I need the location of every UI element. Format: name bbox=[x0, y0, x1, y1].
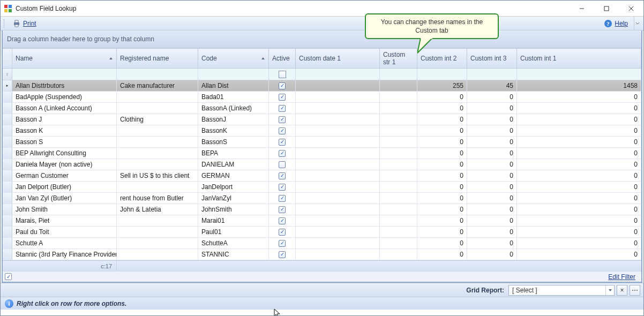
report-clear-button[interactable]: × bbox=[617, 285, 627, 296]
edit-filter-button[interactable]: Edit Filter bbox=[604, 272, 639, 282]
cell: 0 bbox=[517, 92, 641, 102]
checkbox-icon[interactable] bbox=[279, 150, 286, 157]
grid-report-select[interactable]: [ Select ] bbox=[508, 285, 615, 296]
table-row[interactable]: Jan Delport (Butler)JanDelport000 bbox=[3, 182, 641, 193]
cell bbox=[117, 148, 198, 159]
cell-active bbox=[269, 137, 296, 147]
filter-ci1[interactable] bbox=[517, 69, 641, 80]
cell bbox=[296, 204, 380, 215]
cell: Jan Van Zyl (Butler) bbox=[12, 193, 117, 204]
print-button[interactable]: Print bbox=[9, 18, 40, 29]
table-row[interactable]: BEP Allwright ConsultingBEPA000 bbox=[3, 148, 641, 159]
cell bbox=[117, 125, 198, 136]
cell: SchutteA bbox=[198, 238, 269, 249]
checkbox-icon[interactable] bbox=[279, 229, 286, 236]
col-header-custom-str-1[interactable]: Custom str 1 bbox=[380, 49, 417, 68]
checkbox-icon[interactable] bbox=[279, 172, 286, 179]
cell bbox=[117, 92, 198, 102]
close-button[interactable] bbox=[619, 1, 643, 17]
cell: 0 bbox=[417, 215, 467, 226]
svg-rect-2 bbox=[4, 9, 8, 12]
table-row[interactable]: Allan DisttrbutorsCake manufacturerAllan… bbox=[3, 80, 641, 92]
col-header-custom-int-1[interactable]: Custom int 1 bbox=[517, 49, 641, 68]
checkbox-icon[interactable] bbox=[279, 217, 286, 224]
row-indicator bbox=[3, 92, 12, 102]
checkbox-icon[interactable] bbox=[279, 127, 286, 134]
table-row[interactable]: John SmithJohn & LatetiaJohnSmith000 bbox=[3, 204, 641, 215]
toolbar-grip bbox=[4, 19, 5, 28]
col-header-active[interactable]: Active bbox=[269, 49, 296, 68]
filter-active-checkbox[interactable] bbox=[279, 71, 286, 78]
svg-rect-9 bbox=[15, 20, 18, 22]
table-row[interactable]: BadApple (Suspended)Bada01000 bbox=[3, 92, 641, 103]
col-header-code[interactable]: Code bbox=[198, 49, 269, 68]
table-row[interactable]: Jan Van Zyl (Butler)rent house from Butl… bbox=[3, 193, 641, 204]
cell: 0 bbox=[467, 148, 517, 159]
table-row[interactable]: Schutte ASchutteA000 bbox=[3, 238, 641, 249]
table-row[interactable]: Basson SBassonS000 bbox=[3, 137, 641, 148]
checkbox-icon[interactable] bbox=[279, 184, 286, 191]
maximize-button[interactable] bbox=[594, 1, 619, 17]
checkbox-icon[interactable] bbox=[279, 82, 286, 89]
chevron-down-icon[interactable] bbox=[605, 285, 614, 295]
row-indicator bbox=[3, 227, 12, 237]
group-by-bar[interactable]: Drag a column header here to group by th… bbox=[3, 31, 641, 48]
row-indicator bbox=[3, 114, 12, 125]
checkbox-icon[interactable] bbox=[279, 195, 286, 202]
toolbar-overflow-button[interactable] bbox=[634, 17, 640, 31]
cell: 0 bbox=[517, 182, 641, 192]
cell: 0 bbox=[517, 125, 641, 136]
col-header-custom-int-3[interactable]: Custom int 3 bbox=[467, 49, 517, 68]
filter-cd1[interactable] bbox=[296, 69, 380, 80]
filter-enabled-checkbox[interactable] bbox=[5, 273, 12, 280]
filter-ci2[interactable] bbox=[417, 69, 467, 80]
grid-body[interactable]: Allan DisttrbutorsCake manufacturerAllan… bbox=[3, 80, 641, 260]
table-row[interactable]: Daniela Mayer (non active)DANIELAM000 bbox=[3, 159, 641, 170]
checkbox-icon[interactable] bbox=[279, 206, 286, 213]
filter-code[interactable] bbox=[198, 69, 269, 80]
table-row[interactable]: German CustomerSell in US $ to this clie… bbox=[3, 170, 641, 182]
cell: 0 bbox=[417, 137, 467, 147]
cell bbox=[380, 193, 417, 204]
table-row[interactable]: Basson JClothingBassonJ000 bbox=[3, 114, 641, 125]
cell bbox=[380, 125, 417, 136]
help-button[interactable]: ? Help bbox=[600, 18, 632, 29]
checkbox-icon[interactable] bbox=[279, 94, 286, 101]
col-header-registered[interactable]: Registered name bbox=[117, 49, 198, 68]
status-bar: i Right click on row for more options. bbox=[1, 297, 643, 310]
filter-name[interactable] bbox=[12, 69, 117, 80]
checkbox-icon[interactable] bbox=[279, 251, 286, 258]
cell: Basson A (Linked Account) bbox=[12, 103, 117, 114]
col-header-name[interactable]: Name bbox=[12, 49, 117, 68]
filter-cs1[interactable] bbox=[380, 69, 417, 80]
checkbox-icon[interactable] bbox=[279, 116, 286, 123]
filter-active[interactable] bbox=[269, 69, 296, 80]
table-row[interactable]: Basson A (Linked Account)BassonA (Linked… bbox=[3, 103, 641, 114]
cell: 0 bbox=[467, 103, 517, 114]
cell bbox=[296, 159, 380, 170]
table-row[interactable]: Paul du ToitPaul01000 bbox=[3, 227, 641, 238]
cell: 0 bbox=[417, 148, 467, 159]
cell: Schutte A bbox=[12, 238, 117, 249]
row-indicator bbox=[3, 159, 12, 170]
col-header-custom-date-1[interactable]: Custom date 1 bbox=[296, 49, 380, 68]
grid-report-value: [ Select ] bbox=[509, 287, 605, 294]
cell bbox=[380, 137, 417, 147]
cell-active bbox=[269, 92, 296, 102]
checkbox-icon[interactable] bbox=[279, 105, 286, 112]
table-row[interactable]: Marais, PietMarai01000 bbox=[3, 215, 641, 227]
minimize-button[interactable] bbox=[570, 1, 594, 17]
row-indicator bbox=[3, 204, 12, 215]
grid-summary-row: c:17 bbox=[3, 260, 641, 271]
table-row[interactable]: Basson KBassonK000 bbox=[3, 125, 641, 137]
report-more-button[interactable]: ⋯ bbox=[630, 285, 640, 296]
table-row[interactable]: Stannic (3rd Party Finance Provider)STAN… bbox=[3, 249, 641, 260]
checkbox-icon[interactable] bbox=[279, 139, 286, 146]
checkbox-icon[interactable] bbox=[279, 240, 286, 247]
cell: rent house from Butler bbox=[117, 193, 198, 204]
filter-registered[interactable] bbox=[117, 69, 198, 80]
checkbox-icon[interactable] bbox=[279, 161, 286, 168]
sort-asc-icon bbox=[109, 55, 113, 62]
cell: Jan Delport (Butler) bbox=[12, 182, 117, 192]
filter-ci3[interactable] bbox=[467, 69, 517, 80]
